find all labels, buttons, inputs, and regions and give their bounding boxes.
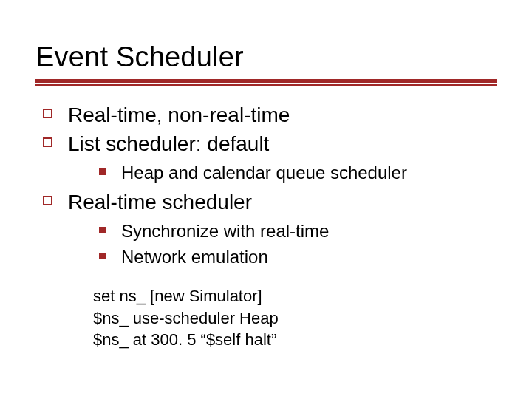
code-line: $ns_ use-scheduler Heap	[93, 307, 497, 330]
sub-list-item: Network emulation	[99, 245, 497, 269]
sub-list: Synchronize with real-time Network emula…	[68, 219, 497, 269]
sub-list-item-text: Network emulation	[121, 247, 268, 267]
list-item-text: Real-time scheduler	[68, 191, 252, 214]
sub-list-item-text: Heap and calendar queue scheduler	[121, 163, 407, 183]
sub-list-item-text: Synchronize with real-time	[121, 221, 329, 241]
list-item: List scheduler: default Heap and calenda…	[43, 131, 497, 185]
list-item: Real-time scheduler Synchronize with rea…	[43, 189, 497, 269]
code-block: set ns_ [new Simulator] $ns_ use-schedul…	[93, 285, 497, 351]
title-rule	[35, 79, 497, 86]
code-line: set ns_ [new Simulator]	[93, 285, 497, 307]
title-rule-thin	[35, 84, 497, 86]
bullet-list: Real-time, non-real-time List scheduler:…	[35, 102, 497, 269]
slide-title: Event Scheduler	[35, 41, 497, 73]
sub-list-item: Heap and calendar queue scheduler	[99, 161, 497, 185]
list-item-text: Real-time, non-real-time	[68, 103, 290, 126]
sub-list: Heap and calendar queue scheduler	[68, 161, 497, 185]
list-item-text: List scheduler: default	[68, 132, 269, 155]
code-line: $ns_ at 300. 5 “$self halt”	[93, 329, 497, 351]
sub-list-item: Synchronize with real-time	[99, 219, 497, 243]
slide: Event Scheduler Real-time, non-real-time…	[0, 0, 532, 399]
title-rule-thick	[35, 79, 497, 83]
list-item: Real-time, non-real-time	[43, 102, 497, 129]
